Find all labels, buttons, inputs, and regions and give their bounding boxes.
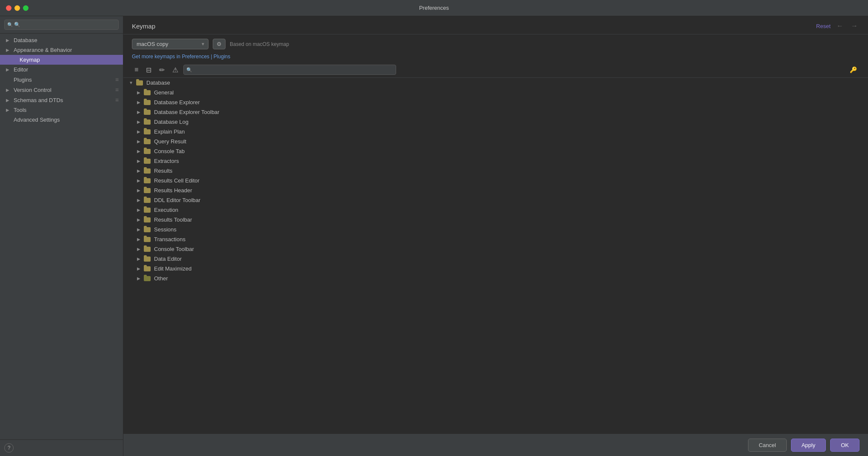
sidebar-search-area: 🔍: [0, 16, 123, 34]
sidebar-item-tools[interactable]: ▶ Tools: [0, 105, 123, 115]
tree-item-console-tab[interactable]: ▶ Console Tab: [123, 146, 868, 156]
folder-icon: [144, 129, 151, 134]
right-panel: Keymap Reset ← → macOS copy ▼ ⚙ Based on…: [123, 16, 868, 456]
tree-item-data-editor[interactable]: ▶ Data Editor: [123, 254, 868, 264]
chevron-right-icon: ▶: [135, 208, 142, 212]
folder-icon: [144, 188, 151, 193]
plugin-settings-icon: ≡: [115, 76, 119, 83]
sidebar-item-database[interactable]: ▶ Database: [0, 35, 123, 45]
keymap-select-wrap: macOS copy ▼: [132, 39, 208, 49]
tree-item-database-explorer[interactable]: ▶ Database Explorer: [123, 97, 868, 107]
chevron-right-icon: ▶: [135, 110, 142, 114]
folder-icon: [144, 237, 151, 242]
chevron-right-icon: ▶: [135, 276, 142, 281]
tree-item-results[interactable]: ▶ Results: [123, 166, 868, 176]
folder-icon: [144, 198, 151, 203]
back-arrow-button[interactable]: ←: [835, 21, 845, 31]
chevron-right-icon: ▶: [135, 120, 142, 124]
sidebar-search-input[interactable]: [4, 20, 119, 30]
tree-item-database-log[interactable]: ▶ Database Log: [123, 117, 868, 127]
keymap-selector-row: macOS copy ▼ ⚙ Based on macOS keymap: [123, 34, 868, 54]
keymap-info-text: Based on macOS keymap: [230, 41, 289, 47]
panel-header: Keymap Reset ← →: [123, 16, 868, 34]
tree-item-ddl-editor-toolbar[interactable]: ▶ DDL Editor Toolbar: [123, 195, 868, 205]
sidebar-item-version-control[interactable]: ▶ Version Control ≡: [0, 85, 123, 95]
search-icon: 🔍: [186, 67, 192, 73]
sidebar-item-schemas[interactable]: ▶ Schemas and DTDs ≡: [0, 95, 123, 105]
sidebar-footer: ?: [0, 439, 123, 456]
tree-item-extractors[interactable]: ▶ Extractors: [123, 156, 868, 166]
chevron-right-icon: ▶: [135, 247, 142, 251]
tree-item-database-explorer-toolbar[interactable]: ▶ Database Explorer Toolbar: [123, 107, 868, 117]
find-shortcut-button[interactable]: 🔑: [847, 66, 859, 74]
collapse-all-button[interactable]: ⊟: [143, 65, 154, 75]
tree-item-results-cell-editor[interactable]: ▶ Results Cell Editor: [123, 176, 868, 185]
minimize-button[interactable]: [14, 5, 20, 11]
sidebar-tree: ▶ Database ▶ Appearance & Behavior Keyma…: [0, 34, 123, 439]
tree-item-explain-plan[interactable]: ▶ Explain Plan: [123, 127, 868, 137]
toolbar: ≡ ⊟ ✏ ⚠ 🔍 🔑: [123, 62, 868, 78]
chevron-right-icon: ▶: [135, 139, 142, 144]
warning-button[interactable]: ⚠: [170, 65, 181, 75]
folder-special-icon: [144, 276, 151, 281]
chevron-right-icon: ▶: [6, 67, 11, 72]
chevron-right-icon: ▶: [135, 227, 142, 232]
sidebar-item-advanced[interactable]: Advanced Settings: [0, 115, 123, 125]
window-controls[interactable]: [6, 5, 29, 11]
forward-arrow-button[interactable]: →: [849, 21, 859, 31]
chevron-right-icon: ▶: [6, 48, 11, 52]
edit-shortcut-button[interactable]: ✏: [157, 65, 167, 75]
folder-icon: [144, 149, 151, 154]
tree-item-database[interactable]: ▼ Database: [123, 78, 868, 88]
folder-icon: [144, 256, 151, 262]
sidebar-item-editor[interactable]: ▶ Editor: [0, 65, 123, 74]
folder-icon: [144, 178, 151, 183]
tree-item-query-result[interactable]: ▶ Query Result: [123, 137, 868, 146]
chevron-right-icon: ▶: [135, 178, 142, 183]
tree-item-results-header[interactable]: ▶ Results Header: [123, 185, 868, 195]
chevron-right-icon: ▶: [135, 159, 142, 163]
maximize-button[interactable]: [23, 5, 29, 11]
folder-icon: [144, 247, 151, 252]
keymaps-link[interactable]: Get more keymaps in Preferences | Plugin…: [123, 54, 868, 62]
main-layout: 🔍 ▶ Database ▶ Appearance & Behavior Key…: [0, 16, 868, 456]
chevron-right-icon: ▶: [135, 198, 142, 202]
chevron-right-icon: ▶: [135, 149, 142, 154]
sidebar-item-plugins[interactable]: Plugins ≡: [0, 74, 123, 85]
keymap-gear-button[interactable]: ⚙: [213, 39, 226, 49]
tree-item-console-toolbar[interactable]: ▶ Console Toolbar: [123, 244, 868, 254]
chevron-right-icon: ▶: [135, 237, 142, 242]
chevron-right-icon: ▶: [6, 98, 11, 103]
tree-item-general[interactable]: ▶ General: [123, 88, 868, 97]
keymap-select[interactable]: macOS copy: [132, 39, 208, 49]
folder-icon: [144, 227, 151, 232]
folder-icon: [144, 208, 151, 213]
chevron-right-icon: ▶: [135, 188, 142, 193]
ok-button[interactable]: OK: [830, 439, 859, 452]
help-button[interactable]: ?: [4, 443, 14, 453]
close-button[interactable]: [6, 5, 11, 11]
expand-all-button[interactable]: ≡: [132, 65, 141, 74]
folder-icon: [144, 217, 151, 222]
folder-icon: [144, 90, 151, 95]
tree-item-transactions[interactable]: ▶ Transactions: [123, 234, 868, 244]
reset-button[interactable]: Reset: [816, 23, 831, 29]
tree-item-other[interactable]: ▶ Other: [123, 274, 868, 283]
toolbar-search-input[interactable]: [183, 65, 396, 75]
apply-button[interactable]: Apply: [791, 439, 826, 452]
sidebar-item-keymap[interactable]: Keymap: [0, 55, 123, 65]
keymap-tree: ▼ Database ▶ General ▶ Database Explorer…: [123, 78, 868, 434]
folder-icon: [144, 110, 151, 115]
sidebar: 🔍 ▶ Database ▶ Appearance & Behavior Key…: [0, 16, 123, 456]
chevron-right-icon: ▶: [6, 88, 11, 92]
tree-item-results-toolbar[interactable]: ▶ Results Toolbar: [123, 215, 868, 225]
cancel-button[interactable]: Cancel: [748, 439, 786, 452]
tree-item-execution[interactable]: ▶ Execution: [123, 205, 868, 215]
vc-settings-icon: ≡: [115, 86, 119, 93]
sidebar-item-appearance[interactable]: ▶ Appearance & Behavior: [0, 45, 123, 55]
tree-item-edit-maximized[interactable]: ▶ Edit Maximized: [123, 264, 868, 274]
tree-item-sessions[interactable]: ▶ Sessions: [123, 225, 868, 234]
chevron-right-icon: ▶: [135, 168, 142, 173]
chevron-right-icon: ▶: [6, 38, 11, 43]
folder-icon: [144, 100, 151, 105]
